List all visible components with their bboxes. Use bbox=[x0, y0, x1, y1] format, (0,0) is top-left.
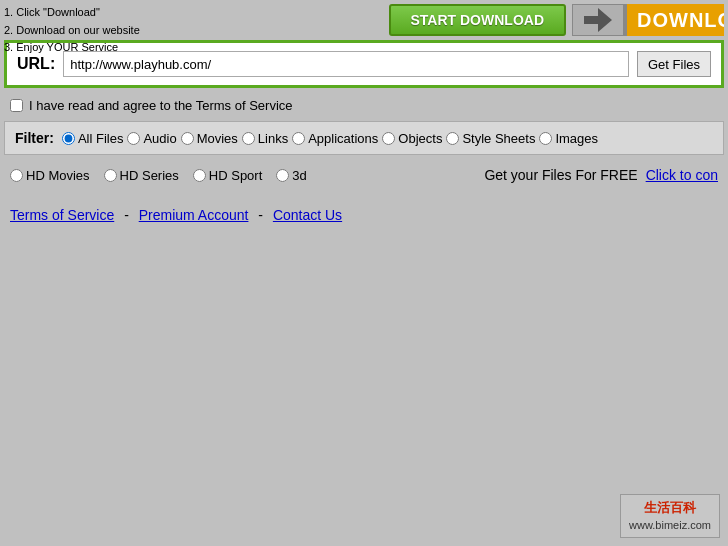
filter-movies[interactable]: Movies bbox=[181, 131, 238, 146]
watermark-line2: www.bimeiz.com bbox=[629, 518, 711, 533]
terms-row: I have read and agree to the Terms of Se… bbox=[0, 92, 728, 119]
watermark: 生活百科 www.bimeiz.com bbox=[620, 494, 720, 538]
premium-account-link[interactable]: Premium Account bbox=[139, 207, 249, 223]
filter-links-label: Links bbox=[258, 131, 288, 146]
instructions-box: 1. Click "Download" 2. Download on our w… bbox=[4, 4, 383, 36]
filter-applications[interactable]: Applications bbox=[292, 131, 378, 146]
instruction-line-1: 1. Click "Download" bbox=[4, 4, 383, 22]
filter-images[interactable]: Images bbox=[539, 131, 598, 146]
filter-all-files[interactable]: All Files bbox=[62, 131, 124, 146]
hd-sport-label: HD Sport bbox=[209, 168, 262, 183]
click-to-continue-link[interactable]: Click to con bbox=[646, 167, 718, 183]
footer-separator-1: - bbox=[124, 207, 129, 223]
start-download-wrap: START DOWNLOAD bbox=[389, 4, 567, 36]
arrow-icon bbox=[572, 4, 624, 36]
hd-sport[interactable]: HD Sport bbox=[193, 168, 262, 183]
filter-section: Filter: All Files Audio Movies Links App… bbox=[4, 121, 724, 155]
filter-objects[interactable]: Objects bbox=[382, 131, 442, 146]
top-area: 1. Click "Download" 2. Download on our w… bbox=[0, 0, 728, 36]
hd-3d[interactable]: 3d bbox=[276, 168, 306, 183]
get-files-button[interactable]: Get Files bbox=[637, 51, 711, 77]
hd-3d-label: 3d bbox=[292, 168, 306, 183]
download-logo: DOWNLO bbox=[624, 4, 724, 36]
filter-stylesheets-label: Style Sheets bbox=[462, 131, 535, 146]
footer-links: Terms of Service - Premium Account - Con… bbox=[0, 189, 728, 231]
url-input[interactable] bbox=[63, 51, 629, 77]
filter-links[interactable]: Links bbox=[242, 131, 288, 146]
filter-movies-label: Movies bbox=[197, 131, 238, 146]
terms-of-service-link[interactable]: Terms of Service bbox=[10, 207, 114, 223]
filter-audio-label: Audio bbox=[143, 131, 176, 146]
terms-text: I have read and agree to the Terms of Se… bbox=[29, 98, 293, 113]
contact-us-link[interactable]: Contact Us bbox=[273, 207, 342, 223]
filter-all-files-label: All Files bbox=[78, 131, 124, 146]
promo-text: Get your Files For FREE bbox=[484, 167, 637, 183]
promo-section: Get your Files For FREE Click to con bbox=[484, 167, 718, 183]
filter-images-label: Images bbox=[555, 131, 598, 146]
hd-movies-label: HD Movies bbox=[26, 168, 90, 183]
filter-applications-label: Applications bbox=[308, 131, 378, 146]
filter-label: Filter: bbox=[15, 130, 54, 146]
hd-movies[interactable]: HD Movies bbox=[10, 168, 90, 183]
footer-separator-2: - bbox=[258, 207, 263, 223]
svg-marker-0 bbox=[584, 8, 612, 32]
filter-objects-label: Objects bbox=[398, 131, 442, 146]
start-download-button[interactable]: START DOWNLOAD bbox=[389, 4, 567, 36]
hd-promo-row: HD Movies HD Series HD Sport 3d Get your… bbox=[0, 157, 728, 189]
terms-checkbox[interactable] bbox=[10, 99, 23, 112]
filter-audio[interactable]: Audio bbox=[127, 131, 176, 146]
right-logo: DOWNLO bbox=[572, 4, 724, 36]
hd-series-label: HD Series bbox=[120, 168, 179, 183]
instruction-line-2: 2. Download on our website bbox=[4, 22, 383, 40]
hd-row: HD Movies HD Series HD Sport 3d bbox=[10, 168, 484, 183]
hd-series[interactable]: HD Series bbox=[104, 168, 179, 183]
filter-stylesheets[interactable]: Style Sheets bbox=[446, 131, 535, 146]
watermark-line1: 生活百科 bbox=[629, 499, 711, 517]
url-label: URL: bbox=[17, 55, 55, 73]
